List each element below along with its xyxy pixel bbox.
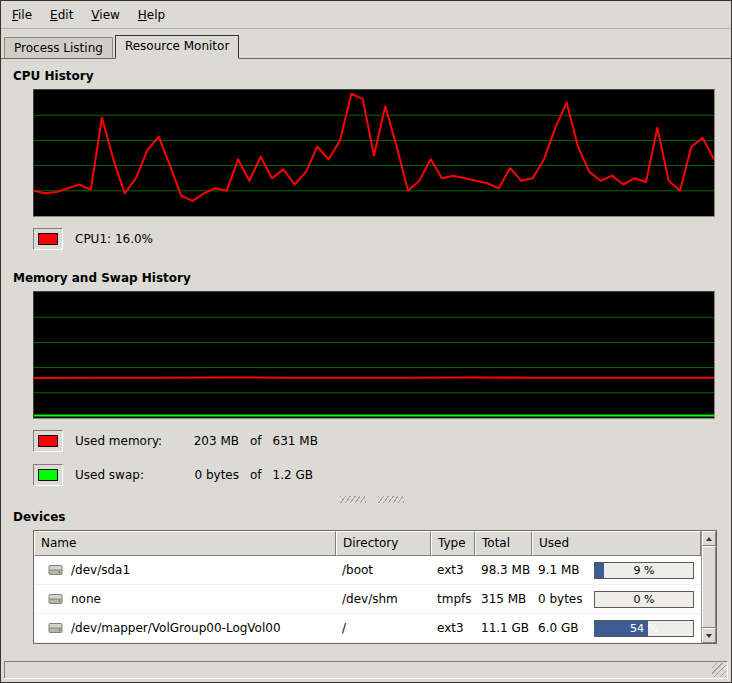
- column-header-directory[interactable]: Directory: [336, 531, 431, 556]
- menu-help-accel: H: [138, 8, 147, 22]
- cpu-color-swatch: [38, 233, 58, 245]
- vertical-scrollbar[interactable]: [701, 531, 716, 643]
- cpu-history-title: CPU History: [13, 69, 731, 83]
- pane-resize-handle[interactable]: [13, 496, 731, 503]
- device-type: tmpfs: [431, 592, 475, 606]
- scrollbar-thumb[interactable]: [702, 546, 716, 628]
- memory-swap-graph: [33, 291, 715, 419]
- resize-grip[interactable]: [712, 663, 726, 677]
- column-header-name[interactable]: Name: [34, 531, 336, 556]
- menu-help[interactable]: Help: [129, 3, 174, 28]
- devices-table: Name Directory Type Total Used /dev/sda1…: [33, 530, 717, 644]
- memory-legend: Used memory: 203 MB of 631 MB: [33, 429, 731, 453]
- device-directory: /dev/shm: [336, 592, 431, 606]
- system-monitor-window: File Edit View Help Process Listing Reso…: [0, 0, 732, 683]
- memory-swap-history-title: Memory and Swap History: [13, 271, 731, 285]
- menu-file-rest: ile: [18, 8, 32, 22]
- memory-total-value: 631 MB: [273, 434, 318, 448]
- usage-percent-label: 9 %: [595, 563, 693, 578]
- drive-icon: [48, 593, 64, 605]
- swap-legend-label: Used swap:: [75, 468, 177, 482]
- memory-used-value: 203 MB: [177, 434, 239, 448]
- swap-legend: Used swap: 0 bytes of 1.2 GB: [33, 463, 731, 487]
- column-header-type[interactable]: Type: [431, 531, 475, 556]
- device-type: ext3: [431, 621, 475, 635]
- menu-edit[interactable]: Edit: [41, 3, 82, 28]
- menu-edit-rest: dit: [58, 8, 74, 22]
- memory-legend-label: Used memory:: [75, 434, 177, 448]
- memory-swap-chart: [34, 292, 714, 418]
- cpu-history-chart: [34, 90, 714, 216]
- menu-edit-accel: E: [50, 8, 58, 22]
- scroll-down-button[interactable]: [702, 628, 716, 643]
- drive-icon: [48, 564, 64, 576]
- tab-resource-monitor[interactable]: Resource Monitor: [115, 35, 239, 59]
- tab-process-listing-label: Process Listing: [14, 41, 103, 55]
- menu-help-rest: elp: [147, 8, 165, 22]
- cpu-legend: CPU1: 16.0%: [33, 227, 731, 251]
- device-type: ext3: [431, 563, 475, 577]
- cpu-color-swatch-frame: [33, 228, 63, 250]
- tab-strip: Process Listing Resource Monitor: [1, 29, 731, 58]
- device-row-none[interactable]: none /dev/shm tmpfs 315 MB 0 bytes 0 %: [34, 585, 701, 614]
- swap-color-swatch: [38, 469, 58, 481]
- memory-color-swatch: [38, 435, 58, 447]
- usage-percent-label: 0 %: [595, 592, 693, 607]
- menu-file[interactable]: File: [3, 3, 41, 28]
- tab-resource-monitor-label: Resource Monitor: [125, 39, 229, 53]
- resource-monitor-page: CPU History CPU1: 16.0% Memory and Swap …: [1, 58, 731, 660]
- status-bar: [4, 661, 728, 679]
- device-name: /dev/sda1: [71, 563, 130, 577]
- grip-marks: [378, 496, 404, 503]
- menu-view-rest: iew: [99, 8, 120, 22]
- menubar: File Edit View Help: [1, 1, 731, 29]
- memory-color-swatch-frame: [33, 430, 63, 452]
- usage-progress-bar: 54 %: [594, 620, 694, 637]
- devices-table-header: Name Directory Type Total Used: [34, 531, 701, 556]
- cpu-legend-label: CPU1: 16.0%: [75, 232, 153, 246]
- devices-table-body: Name Directory Type Total Used /dev/sda1…: [34, 531, 701, 643]
- device-used: 9.1 MB: [538, 563, 579, 577]
- usage-progress-bar: 9 %: [594, 562, 694, 579]
- usage-percent-label: 54 %: [595, 621, 693, 636]
- grip-marks: [340, 496, 366, 503]
- device-directory: /: [336, 621, 431, 635]
- cpu-history-graph: [33, 89, 715, 217]
- device-name: /dev/mapper/VolGroup00-LogVol00: [71, 621, 281, 635]
- device-total: 315 MB: [475, 592, 532, 606]
- arrow-up-icon: [706, 537, 712, 541]
- device-total: 98.3 MB: [475, 563, 532, 577]
- menu-view[interactable]: View: [82, 3, 128, 28]
- tab-process-listing[interactable]: Process Listing: [4, 37, 113, 58]
- device-row-sda1[interactable]: /dev/sda1 /boot ext3 98.3 MB 9.1 MB 9 %: [34, 556, 701, 585]
- devices-title: Devices: [13, 510, 731, 524]
- device-name: none: [71, 592, 101, 606]
- device-row-volgroup[interactable]: /dev/mapper/VolGroup00-LogVol00 / ext3 1…: [34, 614, 701, 643]
- device-directory: /boot: [336, 563, 431, 577]
- swap-used-value: 0 bytes: [177, 468, 239, 482]
- swap-of-text: of: [250, 468, 262, 482]
- usage-progress-bar: 0 %: [594, 591, 694, 608]
- memory-of-text: of: [250, 434, 262, 448]
- swap-color-swatch-frame: [33, 464, 63, 486]
- device-used: 6.0 GB: [538, 621, 578, 635]
- arrow-down-icon: [706, 634, 712, 638]
- device-used: 0 bytes: [538, 592, 583, 606]
- swap-total-value: 1.2 GB: [273, 468, 313, 482]
- scrollbar-track[interactable]: [702, 546, 716, 628]
- device-total: 11.1 GB: [475, 621, 532, 635]
- scroll-up-button[interactable]: [702, 531, 716, 546]
- column-header-used[interactable]: Used: [532, 531, 701, 556]
- column-header-total[interactable]: Total: [475, 531, 532, 556]
- drive-icon: [48, 622, 64, 634]
